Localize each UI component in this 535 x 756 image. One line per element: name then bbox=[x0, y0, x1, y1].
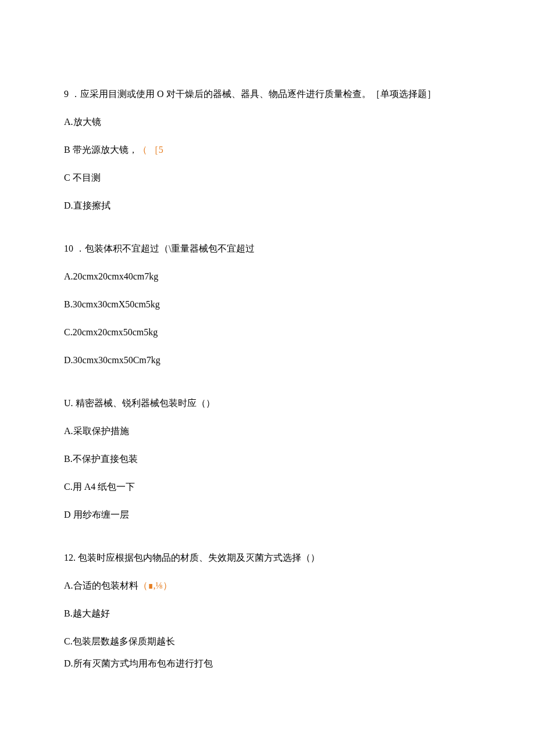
option-b: B.30cmx30cmX50cm5kg bbox=[64, 298, 471, 311]
option-suffix: （ ［5 bbox=[138, 145, 163, 155]
question-11: U. 精密器械、锐利器械包装时应（） A.采取保护措施 B.不保护直接包装 C.… bbox=[64, 396, 471, 522]
option-label: B. bbox=[64, 608, 73, 618]
option-text: 所有灭菌方式均用布包布进行打包 bbox=[73, 658, 213, 668]
option-label: A. bbox=[64, 426, 73, 436]
option-label: D bbox=[64, 510, 73, 519]
option-text: 不保护直接包装 bbox=[73, 454, 138, 464]
option-text: 不目测 bbox=[73, 173, 101, 182]
option-text: 用 A4 纸包一下 bbox=[73, 482, 135, 492]
option-label: C. bbox=[64, 636, 73, 646]
option-text: 采取保护措施 bbox=[73, 426, 129, 436]
option-label: B. bbox=[64, 299, 73, 309]
question-text: 10 ．包装体积不宜超过（\重量器械包不宜超过 bbox=[64, 242, 471, 256]
option-text: 越大越好 bbox=[73, 608, 110, 618]
question-number: 12. bbox=[64, 553, 76, 562]
option-text: 放大镜 bbox=[73, 117, 101, 127]
question-9: 9 ．应采用目测或使用 O 对干燥后的器械、器具、物品逐件进行质量检查。［单项选… bbox=[64, 87, 471, 213]
option-a: A.合适的包装材料（∎,⅛） bbox=[64, 579, 471, 593]
question-10: 10 ．包装体积不宜超过（\重量器械包不宜超过 A.20cmx20cmx40cm… bbox=[64, 242, 471, 367]
option-label: A. bbox=[64, 581, 73, 590]
option-text: 用纱布缠一层 bbox=[73, 510, 129, 519]
option-label: A. bbox=[64, 117, 73, 127]
option-c: C 不目测 bbox=[64, 171, 471, 185]
question-text: 9 ．应采用目测或使用 O 对干燥后的器械、器具、物品逐件进行质量检查。［单项选… bbox=[64, 87, 471, 101]
question-12: 12. 包装时应根据包内物品的材质、失效期及灭菌方式选择（） A.合适的包装材料… bbox=[64, 551, 471, 671]
question-number: U. bbox=[64, 398, 73, 408]
question-body: ．包装体积不宜超过（\重量器械包不宜超过 bbox=[76, 243, 255, 253]
option-d: D.30cmx30cmx50Cm7kg bbox=[64, 353, 471, 367]
question-number: 10 bbox=[64, 243, 73, 253]
option-text: 直接擦拭 bbox=[73, 200, 110, 210]
option-text: 带光源放大镜， bbox=[73, 145, 138, 155]
question-text: U. 精密器械、锐利器械包装时应（） bbox=[64, 396, 471, 410]
option-c: C.用 A4 纸包一下 bbox=[64, 480, 471, 494]
option-b: B 带光源放大镜，（ ［5 bbox=[64, 143, 471, 157]
option-label: A. bbox=[64, 271, 73, 281]
option-text: 包装层数越多保质期越长 bbox=[73, 636, 175, 646]
option-text: 30cmx30cmx50Cm7kg bbox=[73, 355, 160, 365]
option-a: A.放大镜 bbox=[64, 115, 471, 129]
option-label: D. bbox=[64, 355, 73, 365]
option-label: B bbox=[64, 145, 73, 155]
option-text: 20cmx20cmx40cm7kg bbox=[73, 271, 159, 281]
option-label: C. bbox=[64, 327, 73, 337]
question-body: 精密器械、锐利器械包装时应（） bbox=[73, 398, 215, 408]
option-a: A.采取保护措施 bbox=[64, 424, 471, 438]
option-c: C.20cmx20cmx50cm5kg bbox=[64, 325, 471, 339]
document-page: 9 ．应采用目测或使用 O 对干燥后的器械、器具、物品逐件进行质量检查。［单项选… bbox=[0, 0, 535, 756]
option-label: C. bbox=[64, 482, 73, 492]
question-text: 12. 包装时应根据包内物品的材质、失效期及灭菌方式选择（） bbox=[64, 551, 471, 565]
option-text: 30cmx30cmX50cm5kg bbox=[73, 299, 160, 309]
option-d: D 用纱布缠一层 bbox=[64, 508, 471, 522]
option-label: D. bbox=[64, 200, 73, 210]
option-a: A.20cmx20cmx40cm7kg bbox=[64, 270, 471, 284]
option-label: B. bbox=[64, 454, 73, 464]
question-body: 包装时应根据包内物品的材质、失效期及灭菌方式选择（） bbox=[76, 553, 320, 562]
option-b: B.越大越好 bbox=[64, 607, 471, 621]
option-label: C bbox=[64, 173, 73, 182]
option-text: 20cmx20cmx50cm5kg bbox=[73, 327, 158, 337]
option-b: B.不保护直接包装 bbox=[64, 452, 471, 466]
question-body: ．应采用目测或使用 O 对干燥后的器械、器具、物品逐件进行质量检查。［单项选择题… bbox=[71, 89, 436, 99]
option-d: D.直接擦拭 bbox=[64, 199, 471, 213]
option-d: D.所有灭菌方式均用布包布进行打包 bbox=[64, 657, 471, 671]
option-suffix: （∎,⅛） bbox=[138, 581, 172, 590]
option-text: 合适的包装材料 bbox=[73, 581, 138, 590]
option-c: C.包装层数越多保质期越长 bbox=[64, 635, 471, 648]
question-number: 9 bbox=[64, 89, 69, 99]
option-label: D. bbox=[64, 658, 73, 668]
